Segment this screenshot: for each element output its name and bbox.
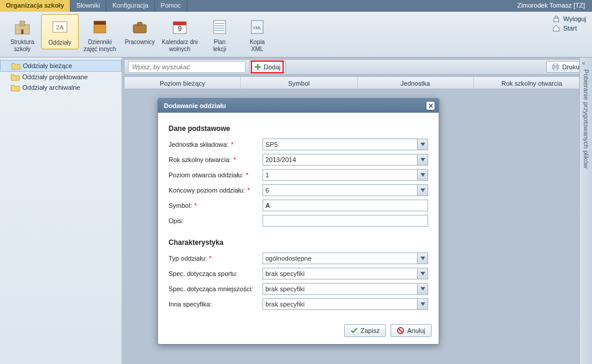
start-link[interactable]: Start <box>553 23 586 33</box>
cancel-button[interactable]: Anuluj <box>391 324 432 337</box>
input-opis[interactable] <box>263 215 428 227</box>
check-icon <box>351 327 358 334</box>
combo-poziom-kon[interactable]: 6 <box>263 184 428 196</box>
col-symbol[interactable]: Symbol <box>241 77 357 89</box>
combo-inna[interactable]: brak specyfiki <box>263 298 428 310</box>
svg-text:XML: XML <box>253 26 262 30</box>
svg-rect-12 <box>214 21 226 33</box>
label-poziom-kon: Końcowy poziom oddziału: <box>169 187 245 194</box>
svg-rect-24 <box>554 68 557 70</box>
save-button[interactable]: Zapisz <box>344 324 386 337</box>
ribbon-label: Dzienniki <box>88 39 112 45</box>
ribbon-xml[interactable]: XML Kopia XML <box>238 14 276 55</box>
cancel-icon <box>397 327 404 334</box>
logout-label: Wyloguj <box>563 15 586 22</box>
chevron-down-icon <box>417 185 428 196</box>
required-mark: * <box>246 171 248 178</box>
label-sport: Spec. dotycząca sportu: <box>169 270 237 277</box>
ribbon-struktura[interactable]: Struktura szkoły <box>4 14 41 55</box>
combo-value: brak specyfiki <box>265 270 305 277</box>
col-jednostka[interactable]: Jednostka <box>358 77 474 89</box>
svg-text:9: 9 <box>178 25 182 33</box>
school-icon <box>13 18 32 36</box>
logout-link[interactable]: Wyloguj <box>553 14 586 23</box>
required-mark: * <box>209 255 211 262</box>
toolbar: Dodaj Drukuj <box>124 59 590 75</box>
combo-value: 1 <box>265 171 269 178</box>
search-input[interactable] <box>128 61 245 73</box>
combo-poziom-otw[interactable]: 1 <box>263 169 428 181</box>
sidebar-item-archiwalne[interactable]: Oddziały archiwalne <box>0 82 122 93</box>
cancel-label: Anuluj <box>407 327 425 334</box>
ribbon-plan[interactable]: Plan lekcji <box>201 14 238 55</box>
download-panel-label: Pobieranie przygotowanych plików <box>583 69 590 168</box>
chevron-down-icon <box>417 299 428 309</box>
lock-icon <box>553 15 560 22</box>
combo-value: ogólnodostępne <box>265 255 311 262</box>
menu-tab-konfig[interactable]: Konfiguracja <box>106 0 154 12</box>
svg-rect-1 <box>20 21 25 26</box>
close-icon: ✕ <box>428 102 433 109</box>
dialog-title-bar[interactable]: Dodawanie oddziału ✕ <box>158 99 439 113</box>
add-class-dialog: Dodawanie oddziału ✕ Dane podstawowe Jed… <box>157 98 439 345</box>
ribbon-label: zajęć innych <box>83 46 116 52</box>
ribbon-label: Struktura <box>11 39 35 45</box>
ribbon-kalendarz[interactable]: 9 Kalendarz dni wolnych <box>159 14 201 55</box>
ribbon-label: szkoły <box>14 46 31 52</box>
add-button[interactable]: Dodaj <box>249 61 286 73</box>
combo-rok[interactable]: 2013/2014 <box>263 154 428 166</box>
col-rok[interactable]: Rok szkolny otwarcia <box>474 77 590 89</box>
menubar: Organizacja szkoły Słowniki Konfiguracja… <box>0 0 592 12</box>
user-label: Zimorodek Tomasz [TZ] <box>510 0 592 12</box>
sidebar-item-label: Oddziały archiwalne <box>22 84 80 91</box>
label-mniejszosc: Spec. dotycząca mniejszości: <box>169 285 253 292</box>
chevron-down-icon <box>417 284 428 294</box>
briefcase-icon <box>130 18 149 36</box>
col-poziom[interactable]: Poziom bieżący <box>125 77 241 89</box>
start-label: Start <box>563 25 577 32</box>
journal-icon <box>90 18 109 36</box>
menu-tab-slowniki[interactable]: Słowniki <box>70 0 106 12</box>
ribbon-dzienniki[interactable]: Dzienniki zajęć innych <box>79 14 121 55</box>
section-dane: Dane podstawowe <box>169 121 428 139</box>
svg-line-26 <box>399 329 403 333</box>
xml-icon: XML <box>248 18 267 36</box>
plan-icon <box>210 18 229 36</box>
svg-rect-7 <box>133 25 146 33</box>
table-header: Poziom bieżący Symbol Jednostka Rok szko… <box>124 76 590 89</box>
label-rok: Rok szkolny otwarcia: <box>169 156 231 163</box>
combo-mniejszosc[interactable]: brak specyfiki <box>263 283 428 295</box>
ribbon-pracownicy[interactable]: Pracownicy <box>121 14 159 48</box>
menu-tab-org[interactable]: Organizacja szkoły <box>0 0 70 12</box>
input-symbol[interactable] <box>263 200 428 211</box>
chevron-down-icon <box>417 154 428 165</box>
chevron-down-icon <box>417 170 428 180</box>
combo-value: 6 <box>265 187 269 194</box>
chevron-down-icon <box>417 268 428 279</box>
combo-typ[interactable]: ogólnodostępne <box>263 252 428 264</box>
folder-icon <box>11 73 20 81</box>
ribbon-label: Kopia <box>250 39 265 45</box>
chevron-down-icon <box>417 139 428 150</box>
menu-tab-pomoc[interactable]: Pomoc <box>155 0 187 12</box>
dialog-title: Dodawanie oddziału <box>164 102 226 109</box>
svg-rect-8 <box>137 22 142 25</box>
ribbon-label: Oddziały <box>49 39 72 46</box>
ribbon-label: XML <box>251 46 264 52</box>
sidebar-item-label: Oddziały projektowane <box>22 73 88 80</box>
combo-sport[interactable]: brak specyfiki <box>263 268 428 279</box>
combo-value: brak specyfiki <box>265 301 305 308</box>
combo-jednostka[interactable]: SP5 <box>263 139 428 150</box>
svg-rect-6 <box>94 21 106 25</box>
svg-rect-2 <box>21 29 23 34</box>
plus-icon <box>254 63 261 70</box>
ribbon-oddzialy[interactable]: 2A Oddziały <box>41 14 79 49</box>
sidebar-item-biezace[interactable]: Oddziały bieżące <box>0 60 122 72</box>
calendar-icon: 9 <box>170 18 189 36</box>
close-button[interactable]: ✕ <box>426 101 435 110</box>
ribbon-label: Kalendarz dni <box>162 39 197 45</box>
sidebar-item-projektowane[interactable]: Oddziały projektowane <box>0 72 122 82</box>
download-panel[interactable]: « Pobieranie przygotowanych plików <box>579 58 592 364</box>
svg-rect-19 <box>554 18 559 22</box>
print-label: Drukuj <box>562 63 581 70</box>
